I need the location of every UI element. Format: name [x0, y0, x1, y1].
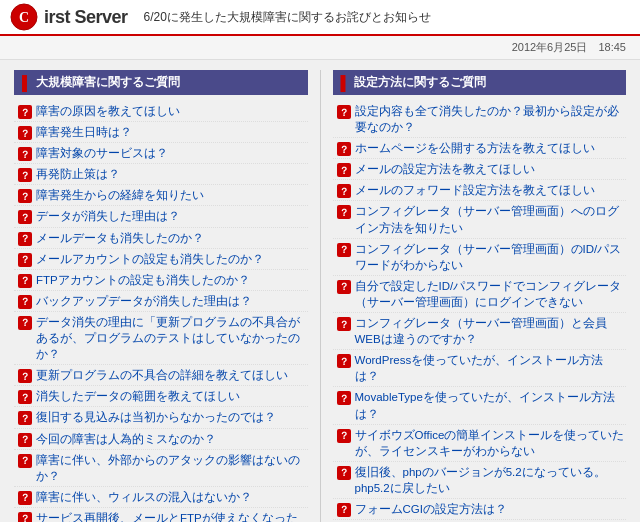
left-faq-item: ？障害に伴い、外部からのアタックの影響はないのか？ [14, 450, 308, 487]
svg-text:C: C [19, 10, 29, 25]
left-faq-item: ？障害発生日時は？ [14, 122, 308, 143]
left-faq-link[interactable]: 再発防止策は？ [36, 166, 120, 182]
right-column: 設定方法に関するご質問 ？設定内容も全て消失したのか？最初から設定が必要なのか？… [321, 70, 633, 522]
faq-question-icon: ？ [337, 429, 351, 443]
faq-question-icon: ？ [337, 466, 351, 480]
right-faq-link[interactable]: 設定内容も全て消失したのか？最初から設定が必要なのか？ [355, 103, 627, 135]
left-faq-item: ？障害の原因を教えてほしい [14, 101, 308, 122]
faq-question-icon: ？ [18, 126, 32, 140]
left-faq-item: ？メールデータも消失したのか？ [14, 228, 308, 249]
right-section1-header: 設定方法に関するご質問 [333, 70, 627, 95]
notice-text[interactable]: 6/20に発生した大規模障害に関するお詫びとお知らせ [144, 9, 431, 26]
logo-full: irst Server [44, 7, 128, 27]
left-faq-link[interactable]: 障害発生日時は？ [36, 124, 132, 140]
header: C irst Server 6/20に発生した大規模障害に関するお詫びとお知らせ [0, 0, 640, 36]
faq-question-icon: ？ [337, 280, 351, 294]
left-faq-link[interactable]: FTPアカウントの設定も消失したのか？ [36, 272, 250, 288]
right-faq-link[interactable]: WordPressを使っていたが、インストール方法は？ [355, 352, 627, 384]
right-faq-item: ？設定内容も全て消失したのか？最初から設定が必要なのか？ [333, 101, 627, 138]
faq-question-icon: ？ [337, 354, 351, 368]
datetime-text: 2012年6月25日 18:45 [512, 41, 626, 53]
right-section1: 設定方法に関するご質問 ？設定内容も全て消失したのか？最初から設定が必要なのか？… [333, 70, 627, 522]
left-faq-link[interactable]: メールデータも消失したのか？ [36, 230, 204, 246]
left-faq-link[interactable]: 障害対象のサービスは？ [36, 145, 168, 161]
left-faq-item: ？メールアカウントの設定も消失したのか？ [14, 249, 308, 270]
faq-question-icon: ？ [337, 391, 351, 405]
right-faq-item: ？フォームCGIの設定方法は？ [333, 499, 627, 520]
right-section1-title: 設定方法に関するご質問 [354, 74, 486, 91]
left-faq-item: ？消失したデータの範囲を教えてほしい [14, 386, 308, 407]
right-faq-item: ？復旧後、phpのバージョンが5.2になっている。php5.2に戻したい [333, 462, 627, 499]
left-faq-link[interactable]: バックアップデータが消失した理由は？ [36, 293, 252, 309]
left-faq-list: ？障害の原因を教えてほしい？障害発生日時は？？障害対象のサービスは？？再発防止策… [14, 101, 308, 522]
left-faq-item: ？再発防止策は？ [14, 164, 308, 185]
right-faq-link[interactable]: ホームページを公開する方法を教えてほしい [355, 140, 595, 156]
right-faq-link[interactable]: コンフィグレータ（サーバー管理画面）と会員WEBは違うのですか？ [355, 315, 627, 347]
left-faq-link[interactable]: 障害の原因を教えてほしい [36, 103, 180, 119]
left-faq-item: ？障害対象のサービスは？ [14, 143, 308, 164]
left-faq-link[interactable]: 障害に伴い、外部からのアタックの影響はないのか？ [36, 452, 308, 484]
right-faq-link[interactable]: MovableTypeを使っていたが、インストール方法は？ [355, 389, 627, 421]
left-faq-link[interactable]: データが消失した理由は？ [36, 208, 180, 224]
right-faq-item: ？自分で設定したID/パスワードでコンフィグレータ（サーバー管理画面）にログイン… [333, 276, 627, 313]
faq-question-icon: ？ [18, 168, 32, 182]
right-faq-link[interactable]: サイボウズOfficeの簡単インストールを使っていたが、ライセンスキーがわからな… [355, 427, 627, 459]
datetime-bar: 2012年6月25日 18:45 [0, 36, 640, 60]
faq-question-icon: ？ [18, 274, 32, 288]
left-faq-link[interactable]: 復旧する見込みは当初からなかったのでは？ [36, 409, 276, 425]
faq-question-icon: ？ [337, 184, 351, 198]
right-faq-link[interactable]: フォームCGIの設定方法は？ [355, 501, 507, 517]
left-faq-item: ？障害発生からの経緯を知りたい [14, 185, 308, 206]
right-faq-item: ？MovableTypeを使っていたが、インストール方法は？ [333, 387, 627, 424]
left-faq-link[interactable]: 今回の障害は人為的ミスなのか？ [36, 431, 216, 447]
faq-question-icon: ？ [18, 210, 32, 224]
faq-question-icon: ？ [18, 105, 32, 119]
faq-question-icon: ？ [18, 390, 32, 404]
left-faq-item: ？復旧する見込みは当初からなかったのでは？ [14, 407, 308, 428]
faq-question-icon: ？ [337, 105, 351, 119]
faq-question-icon: ？ [18, 454, 32, 468]
faq-question-icon: ？ [18, 512, 32, 522]
logo-area: C irst Server [10, 3, 128, 31]
right-faq-item: ？サイボウズOfficeの簡単インストールを使っていたが、ライセンスキーがわから… [333, 425, 627, 462]
faq-question-icon: ？ [18, 316, 32, 330]
faq-question-icon: ？ [18, 147, 32, 161]
left-faq-link[interactable]: 更新プログラムの不具合の詳細を教えてほしい [36, 367, 288, 383]
right-faq-link[interactable]: メールのフォワード設定方法を教えてほしい [355, 182, 595, 198]
right-faq-link[interactable]: メールの設定方法を教えてほしい [355, 161, 535, 177]
faq-question-icon: ？ [18, 189, 32, 203]
faq-question-icon: ？ [337, 205, 351, 219]
faq-question-icon: ？ [18, 253, 32, 267]
faq-question-icon: ？ [18, 369, 32, 383]
left-faq-link[interactable]: 障害に伴い、ウィルスの混入はないか？ [36, 489, 252, 505]
logo-text: irst Server [44, 7, 128, 28]
faq-question-icon: ？ [18, 433, 32, 447]
faq-question-icon: ？ [337, 317, 351, 331]
left-faq-link[interactable]: メールアカウントの設定も消失したのか？ [36, 251, 264, 267]
left-faq-link[interactable]: サービス再開後、メールとFTPが使えなくなったが、その理由は？ [36, 510, 308, 522]
right-faq-link[interactable]: 復旧後、phpのバージョンが5.2になっている。php5.2に戻したい [355, 464, 627, 496]
right-faq-link[interactable]: コンフィグレータ（サーバー管理画面）のID/パスワードがわからない [355, 241, 627, 273]
right-faq-item: ？コンフィグレータ（サーバー管理画面）のID/パスワードがわからない [333, 239, 627, 276]
faq-question-icon: ？ [18, 411, 32, 425]
faq-question-icon: ？ [337, 142, 351, 156]
left-faq-link[interactable]: 障害発生からの経緯を知りたい [36, 187, 204, 203]
left-section-title: 大規模障害に関するご質問 [36, 74, 180, 91]
right-faq-item: ？メールの設定方法を教えてほしい [333, 159, 627, 180]
left-faq-link[interactable]: 消失したデータの範囲を教えてほしい [36, 388, 240, 404]
logo-icon-svg: C [10, 3, 38, 31]
left-faq-link[interactable]: データ消失の理由に「更新プログラムの不具合があるが、プログラムのテストはしていな… [36, 314, 308, 362]
faq-question-icon: ？ [18, 491, 32, 505]
left-faq-item: ？更新プログラムの不具合の詳細を教えてほしい [14, 365, 308, 386]
left-faq-item: ？今回の障害は人為的ミスなのか？ [14, 429, 308, 450]
left-faq-item: ？障害に伴い、ウィルスの混入はないか？ [14, 487, 308, 508]
faq-question-icon: ？ [337, 163, 351, 177]
right-faq-item: ？コンフィグレータ（サーバー管理画面）と会員WEBは違うのですか？ [333, 313, 627, 350]
main-content: 大規模障害に関するご質問 ？障害の原因を教えてほしい？障害発生日時は？？障害対象… [0, 60, 640, 522]
left-faq-item: ？サービス再開後、メールとFTPが使えなくなったが、その理由は？ [14, 508, 308, 522]
right-faq-item: ？ホームページを公開する方法を教えてほしい [333, 138, 627, 159]
right-faq-link[interactable]: 自分で設定したID/パスワードでコンフィグレータ（サーバー管理画面）にログインで… [355, 278, 627, 310]
right-faq-link[interactable]: コンフィグレータ（サーバー管理画面）へのログイン方法を知りたい [355, 203, 627, 235]
faq-question-icon: ？ [18, 295, 32, 309]
faq-question-icon: ？ [18, 232, 32, 246]
